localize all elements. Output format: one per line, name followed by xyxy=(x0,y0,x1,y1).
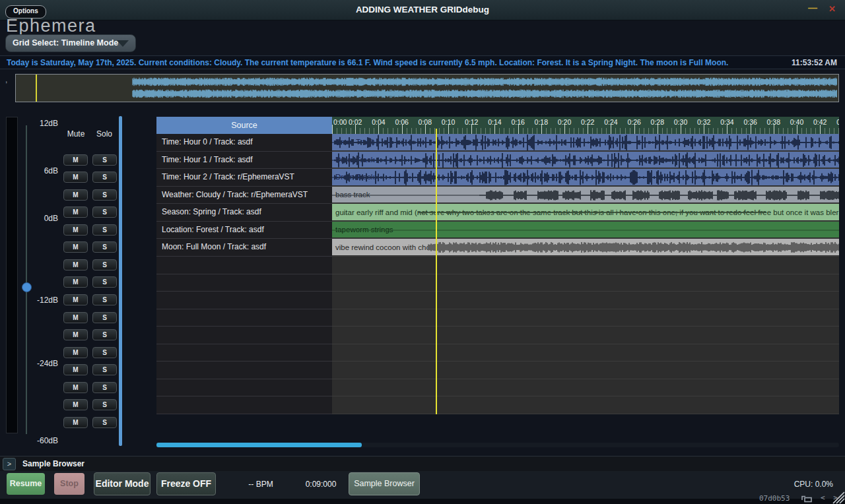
source-row[interactable]: Time: Hour 1 / Track: asdf xyxy=(156,152,332,170)
mute-button[interactable]: M xyxy=(63,312,88,323)
source-row[interactable] xyxy=(156,344,332,362)
timeline-row[interactable] xyxy=(332,379,839,397)
overview-waveform-top xyxy=(16,77,838,86)
solo-button[interactable]: S xyxy=(92,224,117,236)
source-row[interactable] xyxy=(156,274,332,292)
mute-button[interactable]: M xyxy=(63,259,88,270)
source-row[interactable]: Location: Forest / Track: asdf xyxy=(156,222,332,239)
audio-clip[interactable]: Drum Track xyxy=(332,152,839,168)
mute-button[interactable]: M xyxy=(63,241,88,253)
mute-button[interactable]: M xyxy=(63,172,88,183)
audio-clip[interactable]: tapeworm strings xyxy=(332,222,839,238)
mute-button[interactable]: M xyxy=(63,294,88,305)
source-row[interactable] xyxy=(156,309,332,327)
audio-clip[interactable]: bass track xyxy=(332,187,839,203)
timeline-row[interactable] xyxy=(332,396,839,414)
source-row[interactable] xyxy=(156,292,332,309)
mute-button[interactable]: M xyxy=(63,276,88,288)
ruler-tick xyxy=(699,128,700,134)
grid-select-dropdown[interactable]: Grid Select: Timeline Mode xyxy=(5,34,136,52)
timeline-row[interactable] xyxy=(332,327,839,344)
mute-button[interactable]: M xyxy=(63,189,88,201)
mute-button[interactable]: M xyxy=(63,417,88,428)
source-column-header[interactable]: Source xyxy=(156,117,332,134)
source-row[interactable]: Weather: Cloudy / Track: r/EphemeraVST xyxy=(156,187,332,205)
stop-button[interactable]: Stop xyxy=(54,473,84,495)
close-button[interactable]: ✕ xyxy=(828,4,836,14)
resize-grip[interactable] xyxy=(829,488,845,504)
freeze-button[interactable]: Freeze OFF xyxy=(156,472,216,495)
solo-button[interactable]: S xyxy=(92,172,117,183)
mute-button[interactable]: M xyxy=(63,382,88,393)
mute-button[interactable]: M xyxy=(63,399,88,410)
audio-clip[interactable]: vibe rewind cocoon with chords tool anda… xyxy=(332,239,839,255)
ruler-tick xyxy=(806,128,807,134)
solo-button[interactable]: S xyxy=(92,241,117,253)
playhead[interactable] xyxy=(436,129,437,414)
solo-button[interactable]: S xyxy=(92,294,117,305)
source-row[interactable] xyxy=(156,257,332,274)
resume-button[interactable]: Resume xyxy=(7,473,45,495)
timeline-row[interactable]: vibe rewind cocoon with chords tool anda… xyxy=(332,239,839,257)
ruler-tick xyxy=(694,128,695,134)
editor-mode-button[interactable]: Editor Mode xyxy=(94,472,151,495)
mute-button[interactable]: M xyxy=(63,364,88,375)
solo-button[interactable]: S xyxy=(92,259,117,270)
source-row[interactable] xyxy=(156,379,332,397)
ruler-tick xyxy=(829,128,830,134)
source-row[interactable]: Time: Hour 2 / Track: r/EphemeraVST xyxy=(156,169,332,187)
mixer-scrollbar[interactable] xyxy=(119,116,122,446)
timeline-row[interactable]: Drum Track xyxy=(332,134,839,152)
mute-button[interactable]: M xyxy=(63,154,88,166)
expand-chevron-icon[interactable]: > xyxy=(3,458,16,470)
mute-button[interactable]: M xyxy=(63,329,88,340)
audio-clip[interactable]: Drum Track xyxy=(332,134,839,150)
solo-button[interactable]: S xyxy=(92,417,117,428)
timeline-row[interactable] xyxy=(332,309,839,327)
mute-button[interactable]: M xyxy=(63,206,88,218)
audio-clip[interactable]: Drum Track xyxy=(332,169,839,185)
source-row[interactable]: Moon: Full Moon / Track: asdf xyxy=(156,239,332,257)
timeline-row[interactable] xyxy=(332,257,839,274)
ruler-tick xyxy=(774,125,774,134)
sample-browser-button[interactable]: Sample Browser xyxy=(349,472,420,495)
source-row[interactable]: Season: Spring / Track: asdf xyxy=(156,204,332,222)
solo-button[interactable]: S xyxy=(92,312,117,323)
solo-button[interactable]: S xyxy=(92,347,117,358)
source-row[interactable] xyxy=(156,362,332,379)
source-row[interactable] xyxy=(156,327,332,344)
solo-button[interactable]: S xyxy=(92,276,117,288)
timeline-row[interactable]: Drum Track xyxy=(332,169,839,187)
solo-button[interactable]: S xyxy=(92,399,117,410)
ruler-tick xyxy=(457,128,458,134)
timeline-row[interactable] xyxy=(332,344,839,362)
timeline-hscrollbar-thumb[interactable] xyxy=(156,443,362,447)
ruler-tick xyxy=(690,128,691,134)
window-restore-icon[interactable] xyxy=(800,495,813,503)
solo-button[interactable]: S xyxy=(92,206,117,218)
timeline-row[interactable]: guitar early riff and mid (not sure why … xyxy=(332,204,839,222)
mute-button[interactable]: M xyxy=(63,347,88,358)
overview-playhead[interactable] xyxy=(36,75,37,102)
timeline-row[interactable] xyxy=(332,274,839,292)
source-row[interactable]: Time: Hour 0 / Track: asdf xyxy=(156,134,332,152)
solo-button[interactable]: S xyxy=(92,189,117,201)
solo-button[interactable]: S xyxy=(92,329,117,340)
window-titlebar[interactable]: ADDING WEATHER GRIDdebug — ✕ xyxy=(0,0,845,20)
minimize-button[interactable]: — xyxy=(808,3,817,13)
solo-button[interactable]: S xyxy=(92,382,117,393)
ruler-tick xyxy=(634,125,635,134)
timeline-row[interactable]: bass track xyxy=(332,187,839,205)
audio-clip[interactable]: guitar early riff and mid (not sure why … xyxy=(332,204,839,220)
timeline-row[interactable] xyxy=(332,362,839,379)
timeline-ruler[interactable]: 0:000:020:040:060:080:100:120:140:160:18… xyxy=(332,117,839,134)
timeline-row[interactable]: tapeworm strings xyxy=(332,222,839,239)
mute-button[interactable]: M xyxy=(63,224,88,236)
solo-button[interactable]: S xyxy=(92,154,117,166)
timeline-row[interactable] xyxy=(332,292,839,309)
source-row[interactable] xyxy=(156,396,332,414)
volume-slider-knob[interactable] xyxy=(22,282,32,292)
solo-button[interactable]: S xyxy=(92,364,117,375)
timeline-row[interactable]: Drum Track xyxy=(332,152,839,170)
song-overview[interactable] xyxy=(15,74,839,102)
